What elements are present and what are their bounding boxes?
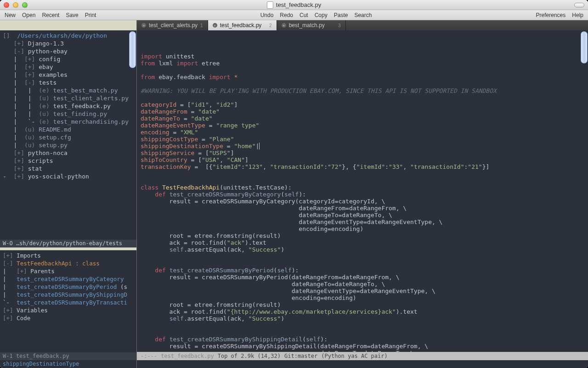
outline-row[interactable]: [-] TestFeedbackhApi : class <box>0 259 136 267</box>
tree-row[interactable]: [+] python-noca <box>0 149 136 157</box>
code-line[interactable]: def test_createDSRSummaryByShippingDetai… <box>141 336 584 343</box>
menu-search[interactable]: Search <box>354 12 372 18</box>
code-line[interactable]: dateRangeTo=dateRangeTo, \ <box>141 212 584 218</box>
code-line[interactable]: def test_createDSRSummaryByCategory(self… <box>141 191 584 198</box>
code-line[interactable]: #WARNING: YOU WILL BE PLAY'ING WITH PROD… <box>141 87 584 94</box>
outline-pane[interactable]: [+] Imports[-] TestFeedbackhApi : class|… <box>0 247 136 352</box>
outline-row[interactable]: [+] Code <box>0 314 136 322</box>
code-scrollbar[interactable] <box>581 31 588 63</box>
code-line[interactable]: shipToCountry = ["USA", "CAN"] <box>141 156 584 163</box>
tree-row[interactable]: [+] scripts <box>0 157 136 165</box>
code-line[interactable]: dateRangeTo=dateRangeTo, \ <box>141 281 584 288</box>
menu-open[interactable]: Open <box>22 12 35 18</box>
file-tree[interactable]: [] /Users/utkarsh/dev/python [+] Django-… <box>0 30 136 240</box>
outline-row[interactable]: [+] Variables <box>0 306 136 314</box>
code-line[interactable]: self.assertEqual(ack, "Success") <box>141 315 584 322</box>
code-line[interactable]: result = createDSRSummaryByShippingDetai… <box>141 343 584 350</box>
tab-test_client_alerts-py[interactable]: ×test_client_alerts.py1 <box>137 20 208 30</box>
tree-scrollbar[interactable] <box>129 31 136 68</box>
menu-copy[interactable]: Copy <box>315 12 328 18</box>
code-editor[interactable]: import unittestfrom lxml import etree fr… <box>137 30 588 352</box>
tree-row[interactable]: | | (u) test_client_alerts.py <box>0 94 136 102</box>
tree-row[interactable]: | (u) README.md <box>0 126 136 133</box>
code-line[interactable]: dateRangeFrom=dateRangeFrom, \ <box>141 205 584 212</box>
code-line[interactable] <box>141 260 584 267</box>
tree-row[interactable]: | [-] tests <box>0 79 136 86</box>
tree-row[interactable]: | [+] examples <box>0 71 136 79</box>
code-line[interactable]: def test_createDSRSummaryByPeriod(self): <box>141 267 584 274</box>
menu-help[interactable]: Help <box>572 12 583 18</box>
outline-row[interactable]: | test_createDSRSummaryByPeriod (s <box>0 283 136 291</box>
close-window-button[interactable] <box>4 2 9 8</box>
tab-close-icon[interactable]: × <box>282 23 286 28</box>
code-line[interactable]: root = etree.fromstring(result) <box>141 301 584 308</box>
code-line[interactable]: shippingService = ["USPS"] <box>141 150 584 156</box>
tree-row[interactable]: - [+] yos-social-python <box>0 172 136 180</box>
code-line[interactable]: self.assertEqual(ack, "Success") <box>141 246 584 253</box>
code-line[interactable]: encoding = "XML" <box>141 129 584 136</box>
outline-row[interactable]: | test_createDSRSummaryByCategory <box>0 275 136 283</box>
code-line[interactable]: shippingCostType = "Plane" <box>141 136 584 143</box>
tab-test_feedback-py[interactable]: ×test_feedback.py2 <box>208 20 277 30</box>
menu-print[interactable]: Print <box>85 12 96 18</box>
tree-row[interactable]: | | (u) test_finding.py <box>0 110 136 118</box>
code-line[interactable]: result = createDSRSummaryByCategory(cate… <box>141 198 584 205</box>
menu-recent[interactable]: Recent <box>42 12 59 18</box>
tree-row[interactable]: [+] Django-1.3 <box>0 40 136 47</box>
code-line[interactable] <box>141 177 584 184</box>
code-line[interactable] <box>141 67 584 74</box>
code-line[interactable]: dateRangeTo=dateRangeTo, \ <box>141 350 584 352</box>
code-line[interactable]: transactionKey = [{"itemId":"123", "tran… <box>141 163 584 170</box>
outline-row[interactable]: | [+] Parents <box>0 267 136 275</box>
code-line[interactable]: ack = root.find("ack").text <box>141 239 584 246</box>
tree-row[interactable]: | [+] ebay <box>0 63 136 71</box>
tree-row[interactable]: | (u) setup.py <box>0 141 136 149</box>
code-line[interactable]: dateRangeEventType=dateRangeEventType, \ <box>141 288 584 294</box>
code-line[interactable]: dateRangeEventType = "range type" <box>141 122 584 129</box>
code-line[interactable]: from ebay.feedback import * <box>141 74 584 80</box>
code-line[interactable] <box>141 94 584 101</box>
code-line[interactable] <box>141 253 584 260</box>
toolbar-toggle-button[interactable] <box>574 3 584 7</box>
menu-paste[interactable]: Paste <box>334 12 348 18</box>
tab-best_match-py[interactable]: ×best_match.py3 <box>277 20 346 30</box>
code-line[interactable]: class TestFeedbackhApi(unittest.TestCase… <box>141 184 584 191</box>
code-line[interactable] <box>141 80 584 87</box>
tree-row[interactable]: | (u) setup.cfg <box>0 133 136 141</box>
tree-row[interactable]: [-] python-ebay <box>0 47 136 55</box>
code-line[interactable]: import unittest <box>141 53 584 60</box>
tab-close-icon[interactable]: × <box>213 23 217 28</box>
tree-row[interactable]: | | (e) test_best_match.py <box>0 86 136 94</box>
tree-row[interactable]: [+] stat <box>0 165 136 172</box>
menu-save[interactable]: Save <box>66 12 78 18</box>
tree-row[interactable]: [] /Users/utkarsh/dev/python <box>0 32 136 40</box>
code-line[interactable] <box>141 329 584 336</box>
tree-row[interactable]: | [+] config <box>0 55 136 63</box>
outline-row[interactable]: `- test_createDSRSummaryByTransacti <box>0 299 136 306</box>
code-line[interactable] <box>141 322 584 329</box>
code-line[interactable]: encoding=encoding) <box>141 294 584 301</box>
outline-row[interactable]: [+] Imports <box>0 252 136 259</box>
code-line[interactable]: shippingDestinationType = "home"| <box>141 143 584 150</box>
code-line[interactable]: from lxml import etree <box>141 60 584 67</box>
code-line[interactable]: categoryId = ["id1", "id2"] <box>141 101 584 108</box>
code-line[interactable]: root = etree.fromstring(result) <box>141 232 584 239</box>
minibuffer[interactable]: shippingDestinationType <box>0 360 136 368</box>
code-line[interactable]: dateRangeFrom = "date" <box>141 108 584 115</box>
code-line[interactable]: result = createDSRSummaryByPeriod(dateRa… <box>141 274 584 281</box>
menu-new[interactable]: New <box>5 12 16 18</box>
menu-undo[interactable]: Undo <box>260 12 274 18</box>
menu-preferences[interactable]: Preferences <box>536 12 566 18</box>
menu-redo[interactable]: Redo <box>280 12 293 18</box>
tab-close-icon[interactable]: × <box>141 23 146 28</box>
code-line[interactable]: ack = root.find("{http://www.ebay.com/ma… <box>141 308 584 315</box>
code-line[interactable]: dateRangeTo = "date" <box>141 115 584 122</box>
code-line[interactable]: encoding=encoding) <box>141 225 584 232</box>
tree-row[interactable]: | `- (e) test_merchandising.py <box>0 118 136 126</box>
menu-cut[interactable]: Cut <box>300 12 308 18</box>
code-line[interactable]: dateRangeEventType=dateRangeEventType, \ <box>141 218 584 225</box>
zoom-window-button[interactable] <box>22 2 28 8</box>
code-line[interactable] <box>141 170 584 177</box>
minimize-window-button[interactable] <box>13 2 18 8</box>
tree-row[interactable]: | | (e) test_feedback.py <box>0 102 136 110</box>
